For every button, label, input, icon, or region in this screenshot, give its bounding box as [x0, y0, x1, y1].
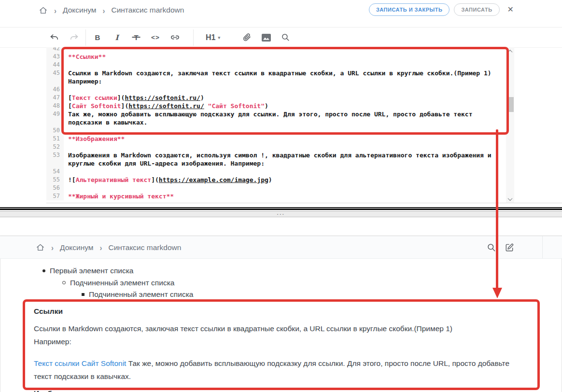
code-line[interactable]: 49Так же, можно добавить всплывающую под…: [46, 110, 501, 126]
window-edge-line: [0, 207, 562, 208]
list-item: Подчиненный элемент списка: [0, 289, 193, 301]
list-item-text: Подчиненный элемент списка: [70, 279, 174, 287]
breadcrumb-item-page[interactable]: Синтаксис markdown: [108, 243, 181, 252]
breadcrumb-separator: ›: [99, 243, 102, 252]
code-line[interactable]: 46: [46, 85, 501, 94]
line-number: 44: [46, 61, 64, 69]
code-token: https://softonit.ru/: [125, 94, 200, 101]
code-text: [Сайт Softonit](https://softonit.ru/ "Са…: [64, 102, 500, 110]
code-text: [64, 143, 500, 151]
breadcrumb-item-doksinum[interactable]: Доксинум: [63, 6, 96, 14]
editor-body: 4243**Ссылки**4445Ссылки в Markdown созд…: [0, 47, 562, 203]
code-token: ): [268, 176, 272, 183]
line-number: 51: [46, 135, 64, 143]
code-icon[interactable]: <>: [146, 29, 165, 46]
code-line[interactable]: 48[Сайт Softonit](https://softonit.ru/ "…: [46, 102, 501, 110]
code-line[interactable]: 47[Текст ссылки](https://softonit.ru/): [46, 94, 501, 102]
code-token: **Изображения**: [68, 135, 125, 142]
bold-icon[interactable]: B: [88, 29, 107, 46]
strikethrough-icon[interactable]: T: [126, 29, 146, 46]
line-number: 43: [46, 53, 64, 61]
image-icon[interactable]: [256, 29, 276, 46]
chevron-down-icon: ▾: [218, 35, 220, 40]
scroll-up-icon[interactable]: [506, 47, 514, 55]
code-line[interactable]: 42: [46, 47, 501, 53]
preview-section-heading: Ссылки: [34, 307, 63, 316]
code-line[interactable]: 43**Ссылки**: [46, 53, 501, 61]
code-token: **Ссылки**: [68, 53, 106, 60]
preview-header: › Доксинум › Синтаксис markdown: [0, 236, 562, 259]
line-number: 55: [46, 176, 64, 184]
breadcrumb-separator: ›: [102, 6, 105, 15]
toolbar-divider: [193, 29, 194, 46]
code-token: ): [265, 102, 268, 110]
save-button[interactable]: ЗАПИСАТЬ: [454, 3, 499, 16]
code-text: ![Альтернативный текст](https://example.…: [64, 176, 500, 184]
code-token: **Жирный и курсивный текст**: [68, 193, 174, 200]
edit-icon[interactable]: [505, 243, 514, 252]
line-number: 47: [46, 94, 64, 102]
search-icon[interactable]: [276, 29, 295, 46]
code-line[interactable]: 51**Изображения**: [46, 135, 501, 143]
list-item-text: Подчиненный элемент списка: [89, 290, 193, 299]
link-icon[interactable]: [165, 29, 184, 46]
line-number: 48: [46, 102, 64, 110]
code-text: **Изображения**: [64, 135, 500, 143]
code-text: [64, 47, 500, 53]
code-line[interactable]: 53Изображения в Markdown создаются, испо…: [46, 151, 501, 168]
code-token: ](: [151, 176, 159, 183]
attachment-icon[interactable]: [237, 29, 256, 46]
editor-window: › Доксинум › Синтаксис markdown ЗАПИСАТЬ…: [0, 0, 562, 207]
breadcrumb-separator: ›: [51, 243, 54, 252]
preview-link[interactable]: Текст ссылки: [34, 359, 79, 367]
editor-toolbar: B I T <> H1 ▾: [0, 27, 562, 48]
code-token: ): [200, 94, 204, 101]
code-line[interactable]: 44: [46, 61, 501, 69]
code-line[interactable]: 52: [46, 143, 501, 151]
code-text: [64, 184, 500, 192]
code-token: Так же, можно добавить всплывающую подск…: [68, 111, 476, 126]
breadcrumb: › Доксинум › Синтаксис markdown: [36, 236, 181, 259]
scrollbar-thumb[interactable]: [507, 97, 514, 112]
line-number: 45: [46, 69, 64, 85]
home-icon[interactable]: [36, 243, 45, 252]
code-line[interactable]: 57**Жирный и курсивный текст**: [46, 192, 501, 200]
code-token: [: [68, 102, 72, 110]
heading-label: H1: [206, 33, 215, 42]
home-icon[interactable]: [39, 6, 48, 15]
code-line[interactable]: 55![Альтернативный текст](https://exampl…: [46, 176, 501, 184]
preview-link[interactable]: Сайт Softonit: [82, 359, 126, 367]
code-line[interactable]: 50: [46, 126, 501, 135]
list-item: Первый элемент списка: [0, 265, 193, 277]
close-icon[interactable]: ✕: [507, 6, 514, 14]
undo-icon[interactable]: [45, 29, 64, 46]
save-and-close-button[interactable]: ЗАПИСАТЬ И ЗАКРЫТЬ: [369, 3, 450, 16]
code-token: Ссылки в Markdown создаются, заключая те…: [68, 70, 495, 85]
breadcrumb-item-page[interactable]: Синтаксис markdown: [111, 6, 184, 14]
bullet-marker: [42, 269, 45, 272]
window-edge-line: [0, 209, 562, 210]
editor-scrollbar[interactable]: [506, 47, 514, 203]
code-token: Изображения в Markdown создаются, исполь…: [68, 152, 495, 167]
code-line[interactable]: 56: [46, 184, 501, 192]
code-text: [Текст ссылки](https://softonit.ru/): [64, 94, 500, 102]
code-token: https://softonit.ru/: [128, 102, 204, 110]
line-number: 56: [46, 184, 64, 192]
code-text: Изображения в Markdown создаются, исполь…: [64, 151, 500, 168]
bullet-marker: [82, 293, 84, 296]
heading-dropdown[interactable]: H1 ▾: [199, 29, 226, 46]
scroll-down-icon[interactable]: [506, 195, 514, 203]
splitter-handle[interactable]: ···: [0, 211, 562, 217]
redo-icon[interactable]: [64, 29, 84, 46]
list-item-text: Первый элемент списка: [50, 266, 134, 275]
code-lines[interactable]: 4243**Ссылки**4445Ссылки в Markdown созд…: [46, 47, 501, 200]
code-token: "Сайт Softonit": [204, 102, 265, 110]
line-number: 53: [46, 151, 64, 168]
code-line[interactable]: 45Ссылки в Markdown создаются, заключая …: [46, 69, 501, 85]
search-icon[interactable]: [487, 243, 496, 252]
code-line[interactable]: 54: [46, 168, 501, 176]
code-text: [64, 61, 500, 69]
code-text: Ссылки в Markdown создаются, заключая те…: [64, 69, 500, 85]
italic-icon[interactable]: I: [107, 29, 126, 46]
breadcrumb-item-doksinum[interactable]: Доксинум: [60, 243, 93, 252]
